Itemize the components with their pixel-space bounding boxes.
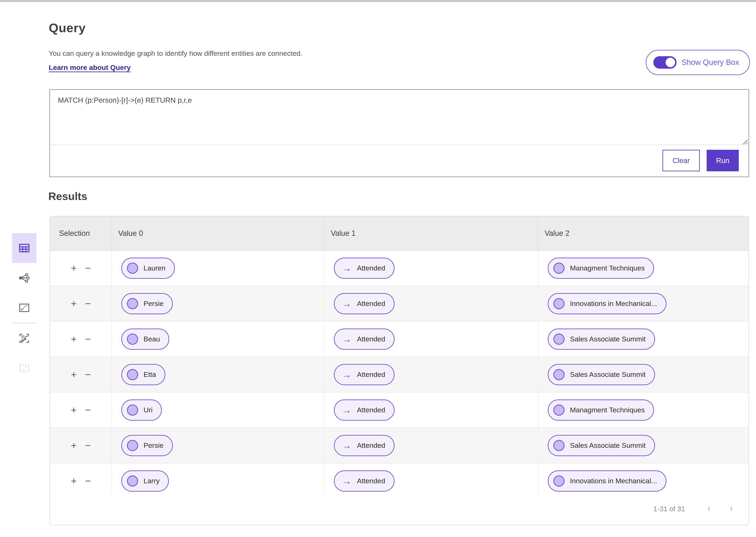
add-selection-button[interactable]: + — [71, 476, 77, 486]
remove-selection-button[interactable]: − — [85, 370, 91, 380]
value1-cell: →Attended — [325, 321, 538, 356]
node-icon — [553, 475, 565, 487]
node-icon — [127, 298, 138, 309]
entity-label: Innovations in Mechanical... — [570, 300, 657, 308]
node-icon — [553, 334, 565, 345]
arrow-right-icon: → — [339, 441, 352, 450]
entity-label: Sales Associate Summit — [570, 441, 646, 449]
entity-chip[interactable]: Persie — [121, 435, 173, 456]
sidebar-item-graph-snapshot[interactable] — [12, 323, 36, 353]
table-row: + − Beau →Attended Sales Associate Summi… — [50, 321, 748, 357]
edge-label: Attended — [357, 335, 385, 343]
view-switcher-sidebar — [12, 233, 36, 383]
entity-label: Etta — [143, 370, 156, 379]
value2-cell: Sales Associate Summit — [538, 357, 748, 392]
entity-chip[interactable]: Etta — [121, 364, 165, 385]
run-button[interactable]: Run — [707, 150, 739, 171]
route-view-icon — [18, 301, 31, 314]
value1-cell: →Attended — [325, 463, 538, 493]
graph-view-icon — [18, 271, 31, 284]
column-header-value0: Value 0 — [112, 216, 325, 250]
entity-label: Managment Techniques — [570, 406, 645, 414]
value0-cell: Lauren — [112, 251, 325, 286]
query-actions-bar: Clear Run — [50, 145, 748, 176]
entity-chip[interactable]: Larry — [121, 471, 169, 492]
entity-chip[interactable]: Persie — [121, 293, 173, 314]
edge-chip[interactable]: →Attended — [334, 471, 394, 492]
entity-label: Innovations in Mechanical... — [570, 477, 657, 485]
sidebar-item-route-view[interactable] — [12, 293, 36, 323]
sidebar-item-table-view[interactable] — [12, 233, 36, 263]
add-selection-button[interactable]: + — [71, 405, 77, 415]
entity-label: Beau — [143, 335, 160, 343]
edge-chip[interactable]: →Attended — [334, 364, 394, 385]
arrow-right-icon: → — [339, 405, 352, 415]
edge-chip[interactable]: →Attended — [334, 329, 394, 350]
remove-selection-button[interactable]: − — [85, 476, 91, 486]
arrow-right-icon: → — [339, 299, 352, 309]
previous-page-button[interactable] — [705, 505, 713, 513]
add-selection-button[interactable]: + — [71, 440, 77, 450]
remove-selection-button[interactable]: − — [85, 440, 91, 450]
clear-button[interactable]: Clear — [662, 150, 700, 171]
node-icon — [127, 440, 138, 451]
entity-chip[interactable]: Innovations in Mechanical... — [548, 293, 666, 314]
entity-label: Persie — [143, 441, 163, 449]
results-table-body: + − Lauren →Attended Managment Technique… — [50, 251, 748, 493]
edge-chip[interactable]: →Attended — [334, 399, 394, 421]
entity-chip[interactable]: Managment Techniques — [548, 399, 654, 421]
add-selection-button[interactable]: + — [71, 299, 77, 309]
node-icon — [553, 404, 565, 416]
widget-view-icon — [18, 362, 31, 375]
entity-chip[interactable]: Sales Associate Summit — [548, 364, 655, 385]
node-icon — [127, 263, 138, 274]
table-row: + − Lauren →Attended Managment Technique… — [50, 251, 748, 286]
table-row: + − Larry →Attended Innovations in Mecha… — [50, 463, 748, 493]
remove-selection-button[interactable]: − — [85, 405, 91, 415]
value1-cell: →Attended — [325, 428, 538, 463]
entity-chip[interactable]: Sales Associate Summit — [548, 329, 655, 350]
edge-label: Attended — [357, 477, 385, 485]
entity-chip[interactable]: Innovations in Mechanical... — [548, 471, 666, 492]
column-header-selection: Selection — [50, 216, 112, 250]
selection-cell: + − — [50, 251, 112, 286]
remove-selection-button[interactable]: − — [85, 334, 91, 344]
show-query-box-toggle[interactable]: Show Query Box — [646, 50, 750, 75]
add-selection-button[interactable]: + — [71, 370, 77, 380]
add-selection-button[interactable]: + — [71, 263, 77, 273]
next-page-button[interactable] — [727, 505, 735, 513]
entity-chip[interactable]: Uri — [121, 399, 162, 421]
entity-chip[interactable]: Sales Associate Summit — [548, 435, 655, 456]
graph-snapshot-icon — [18, 332, 31, 345]
value2-cell: Innovations in Mechanical... — [538, 286, 748, 321]
entity-chip[interactable]: Lauren — [121, 258, 175, 279]
edge-chip[interactable]: →Attended — [334, 293, 394, 314]
toggle-label: Show Query Box — [682, 58, 739, 67]
edge-chip[interactable]: →Attended — [334, 258, 394, 279]
arrow-right-icon: → — [339, 334, 352, 344]
chevron-left-icon — [706, 505, 713, 512]
sidebar-item-graph-view[interactable] — [12, 263, 36, 293]
selection-cell: + − — [50, 428, 112, 463]
node-icon — [553, 263, 565, 274]
value1-cell: →Attended — [325, 392, 538, 428]
remove-selection-button[interactable]: − — [85, 263, 91, 273]
remove-selection-button[interactable]: − — [85, 299, 91, 309]
learn-more-link[interactable]: Learn more about Query — [49, 63, 131, 71]
edge-label: Attended — [357, 406, 385, 414]
node-icon — [553, 369, 565, 380]
edge-chip[interactable]: →Attended — [334, 435, 394, 456]
value0-cell: Persie — [112, 286, 325, 321]
entity-label: Larry — [143, 477, 159, 485]
add-selection-button[interactable]: + — [71, 334, 77, 344]
entity-chip[interactable]: Managment Techniques — [548, 258, 654, 279]
table-row: + − Persie →Attended Sales Associate Sum… — [50, 428, 748, 463]
entity-chip[interactable]: Beau — [121, 329, 169, 350]
query-text-input[interactable]: MATCH (p:Person)-[r]->(e) RETURN p,r,e — [50, 90, 748, 145]
node-icon — [127, 334, 138, 345]
value0-cell: Uri — [112, 392, 325, 428]
results-title: Results — [48, 190, 87, 202]
sidebar-item-widget-view-disabled[interactable] — [12, 353, 36, 383]
selection-cell: + − — [50, 286, 112, 321]
toggle-on-icon[interactable] — [653, 56, 677, 69]
